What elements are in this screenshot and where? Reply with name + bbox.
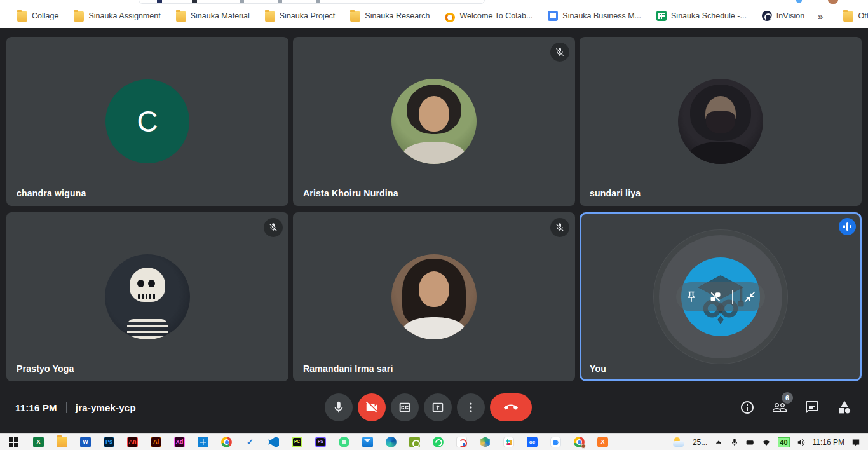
pip-off-button[interactable] [709, 290, 722, 304]
camera-off-button[interactable] [358, 393, 386, 421]
minimize-icon [743, 290, 756, 303]
meeting-details-button[interactable] [739, 399, 756, 416]
taskbar-word[interactable]: W [74, 434, 97, 450]
battery-percent-badge[interactable]: 40 [778, 437, 789, 447]
taskbar-adobe-xd[interactable]: Xd [168, 434, 191, 450]
more-options-button[interactable] [457, 393, 485, 421]
activities-button[interactable] [836, 399, 853, 416]
bookmark-sinauka-material[interactable]: Sinauka Material [170, 8, 255, 24]
address-bar-fragment[interactable] [139, 0, 485, 4]
tile-hover-controls [676, 282, 765, 311]
system-tray: 25... 40 11:16 PM [673, 434, 868, 450]
tray-microphone[interactable] [730, 438, 739, 447]
present-now-button[interactable] [424, 393, 452, 421]
taskbar-illustrator[interactable]: Ai [144, 434, 168, 450]
participant-name: Arista Khoiru Nurdina [303, 188, 398, 198]
taskbar-hexagon-app[interactable] [473, 434, 497, 450]
microphone-button[interactable] [325, 393, 353, 421]
participants-button[interactable]: 6 [771, 399, 788, 416]
bookmark-sinauka-assignment[interactable]: Sinauka Assignment [68, 8, 166, 24]
info-icon [740, 400, 755, 415]
taskbar-edge[interactable] [379, 434, 403, 450]
captions-button[interactable] [391, 393, 419, 421]
video-tile-ramandani[interactable]: Ramandani Irma sari [293, 212, 575, 381]
end-call-button[interactable] [490, 393, 532, 421]
taskbar-slack[interactable] [497, 434, 520, 450]
chat-button[interactable] [804, 399, 820, 416]
slack-icon [503, 437, 514, 447]
pin-button[interactable] [684, 290, 698, 304]
bookmark-label: Sinauka Research [365, 11, 430, 20]
mic-off-icon [550, 43, 569, 62]
microphone-icon [730, 438, 739, 447]
windows-logo-icon [9, 437, 18, 447]
taskbar-clock[interactable]: 11:16 PM [813, 438, 844, 447]
bookmark-sinauka-business[interactable]: Sinauka Business M... [542, 8, 647, 24]
taskbar-blue-check[interactable]: ✓ [238, 434, 262, 450]
taskbar-calendar[interactable] [191, 434, 215, 450]
hexagon-icon [480, 437, 491, 447]
taskbar-chrome-active[interactable] [567, 434, 591, 450]
vscode-icon [268, 437, 279, 447]
chevron-up-icon [714, 438, 723, 447]
bookmark-sinauka-research[interactable]: Sinauka Research [344, 8, 435, 24]
weather-temp[interactable]: 25... [693, 438, 707, 447]
taskbar-mail[interactable] [356, 434, 379, 450]
taskbar-photoshop[interactable]: Ps [97, 434, 121, 450]
weather-icon [673, 437, 686, 447]
taskbar-android-app[interactable] [332, 434, 356, 450]
bookmarks-overflow-chevron[interactable]: » [810, 11, 831, 22]
tray-wifi[interactable] [762, 438, 771, 447]
photo-avatar [391, 254, 477, 339]
taskbar-pycharm[interactable]: PC [285, 434, 309, 450]
folder-icon [176, 11, 186, 22]
taskbar-excel[interactable]: X [27, 434, 50, 450]
weather-widget[interactable] [673, 437, 686, 447]
meeting-code: jra-ymek-ycp [76, 402, 136, 413]
video-tile-arista[interactable]: Arista Khoiru Nurdina [293, 37, 575, 206]
taskbar-red-swirl-app[interactable] [450, 434, 473, 450]
check-icon: ✓ [245, 437, 255, 447]
bookmark-sinauka-schedule[interactable]: Sinauka Schedule -... [651, 8, 752, 24]
taskbar-zoom[interactable] [544, 434, 567, 450]
taskbar-oc-app[interactable]: oc [520, 434, 544, 450]
tab-icon-fragment [157, 0, 162, 3]
tray-expand-chevron[interactable] [714, 438, 723, 447]
more-vertical-icon [464, 400, 478, 414]
video-tile-you[interactable]: You [580, 212, 862, 381]
folder-icon [17, 11, 27, 22]
audio-level-indicator-icon [839, 218, 856, 235]
present-icon [431, 400, 445, 414]
wifi-icon [762, 438, 771, 447]
tray-battery[interactable] [746, 438, 755, 447]
video-tile-prastyo[interactable]: Prastyo Yoga [6, 212, 288, 381]
pill-divider [732, 290, 733, 304]
taskbar-file-explorer[interactable] [50, 434, 74, 450]
bookmarks-divider [831, 10, 831, 22]
action-center-button[interactable] [851, 438, 860, 447]
file-explorer-icon [57, 437, 67, 447]
bookmark-welcome-to-colab[interactable]: Welcome To Colab... [439, 8, 538, 24]
meet-main: C chandra wiguna Arista Khoiru Nurdina s… [0, 28, 868, 433]
taskbar-xampp[interactable]: X [591, 434, 614, 450]
taskbar-phpstorm[interactable]: PS [309, 434, 332, 450]
avatar-initial: C [137, 104, 158, 139]
bookmark-collage[interactable]: Collage [11, 8, 64, 24]
bookmark-sinauka-project[interactable]: Sinauka Project [259, 8, 341, 24]
taskbar-whatsapp[interactable] [426, 434, 450, 450]
taskbar-chrome[interactable] [215, 434, 238, 450]
taskbar-animate[interactable]: An [121, 434, 144, 450]
phpstorm-icon: PS [315, 437, 326, 447]
folder-icon [843, 11, 853, 22]
whatsapp-icon [433, 437, 444, 447]
other-bookmarks-button[interactable]: Other bookmarks [837, 8, 868, 24]
red-swirl-icon [456, 437, 467, 447]
bookmark-invision[interactable]: InVision [756, 8, 810, 24]
video-tile-sundari[interactable]: sundari liya [580, 37, 862, 206]
video-tile-chandra-wiguna[interactable]: C chandra wiguna [6, 37, 288, 206]
taskbar-vscode[interactable] [262, 434, 285, 450]
minimize-button[interactable] [743, 290, 757, 304]
start-button[interactable] [0, 434, 27, 450]
taskbar-green-camera[interactable] [403, 434, 426, 450]
tray-volume[interactable] [797, 438, 806, 447]
